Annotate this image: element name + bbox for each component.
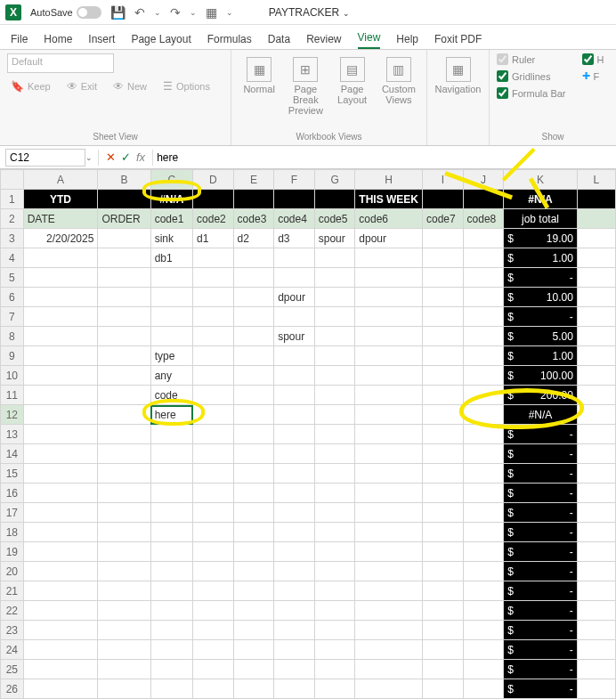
cell-K19[interactable]: $- — [504, 542, 578, 562]
row-header-24[interactable]: 24 — [1, 640, 24, 660]
cell-K8[interactable]: $5.00 — [504, 327, 578, 346]
cell-H21[interactable] — [355, 581, 423, 601]
cell-G16[interactable] — [314, 484, 355, 503]
cell-D19[interactable] — [193, 542, 234, 562]
cell-A7[interactable] — [23, 307, 98, 327]
cell-L6[interactable] — [577, 288, 615, 307]
enter-icon[interactable]: ✓ — [121, 150, 131, 164]
cell-L26[interactable] — [577, 679, 615, 699]
cell-D22[interactable] — [193, 601, 234, 621]
cell-K10[interactable]: $100.00 — [504, 366, 578, 386]
col-header-I[interactable]: I — [423, 170, 464, 190]
cell-I16[interactable] — [423, 484, 464, 503]
cell-J15[interactable] — [463, 464, 504, 484]
row-header-25[interactable]: 25 — [1, 660, 24, 679]
col-header-F[interactable]: F — [274, 170, 315, 190]
tab-file[interactable]: File — [11, 33, 28, 49]
page-layout-button[interactable]: ▤Page Layout — [332, 53, 373, 105]
cell-E26[interactable] — [233, 679, 274, 699]
cell-E23[interactable] — [233, 621, 274, 640]
cell-D10[interactable] — [193, 366, 234, 386]
cell-F23[interactable] — [274, 621, 315, 640]
cell-H12[interactable] — [355, 405, 423, 425]
cell-K15[interactable]: $- — [504, 464, 578, 484]
cell-H22[interactable] — [355, 601, 423, 621]
cell-I25[interactable] — [423, 660, 464, 679]
cell-G23[interactable] — [314, 621, 355, 640]
cell-C9[interactable]: type — [150, 346, 192, 366]
cell-D14[interactable] — [193, 444, 234, 464]
cell-G5[interactable] — [314, 268, 355, 288]
cell-B20[interactable] — [98, 562, 150, 581]
cell-D6[interactable] — [193, 288, 234, 307]
cell-K6[interactable]: $10.00 — [504, 288, 578, 307]
cell-F8[interactable]: spour — [274, 327, 315, 346]
cell-J12[interactable] — [463, 405, 504, 425]
cell-F7[interactable] — [274, 307, 315, 327]
cell-E14[interactable] — [233, 444, 274, 464]
cell-L4[interactable] — [577, 248, 615, 268]
tab-foxit-pdf[interactable]: Foxit PDF — [434, 33, 482, 49]
tab-data[interactable]: Data — [268, 33, 290, 49]
cell-F13[interactable] — [274, 425, 315, 444]
row-header-17[interactable]: 17 — [1, 503, 24, 523]
cell-J25[interactable] — [463, 660, 504, 679]
cell-A25[interactable] — [23, 660, 98, 679]
cell-A10[interactable] — [23, 366, 98, 386]
col-header-G[interactable]: G — [314, 170, 355, 190]
cell-E15[interactable] — [233, 464, 274, 484]
cell-I21[interactable] — [423, 581, 464, 601]
cell-L19[interactable] — [577, 542, 615, 562]
cell-C16[interactable] — [150, 484, 192, 503]
cell-F3[interactable]: d3 — [274, 229, 315, 248]
fx-icon[interactable]: fx — [136, 150, 145, 164]
cell-F24[interactable] — [274, 640, 315, 660]
name-box[interactable] — [5, 149, 85, 167]
cell-K17[interactable]: $- — [504, 503, 578, 523]
cell-I3[interactable] — [423, 229, 464, 248]
cell-L15[interactable] — [577, 464, 615, 484]
cell-G21[interactable] — [314, 581, 355, 601]
cell-K12[interactable]: #N/A — [504, 405, 578, 425]
cell-A9[interactable] — [23, 346, 98, 366]
cell-E21[interactable] — [233, 581, 274, 601]
cell-A17[interactable] — [23, 503, 98, 523]
cell-G9[interactable] — [314, 346, 355, 366]
cell-B5[interactable] — [98, 268, 150, 288]
toggle-switch[interactable] — [77, 6, 101, 19]
cell-J21[interactable] — [463, 581, 504, 601]
cell-F1[interactable] — [274, 190, 315, 209]
cell-G10[interactable] — [314, 366, 355, 386]
cell-F12[interactable] — [274, 405, 315, 425]
cell-G2[interactable]: code5 — [314, 209, 355, 229]
cell-E3[interactable]: d2 — [233, 229, 274, 248]
cell-J10[interactable] — [463, 366, 504, 386]
cell-H26[interactable] — [355, 679, 423, 699]
cell-J20[interactable] — [463, 562, 504, 581]
undo-icon[interactable]: ↶ — [134, 5, 145, 20]
cell-F20[interactable] — [274, 562, 315, 581]
cell-I4[interactable] — [423, 248, 464, 268]
cell-K18[interactable]: $- — [504, 523, 578, 542]
cell-J14[interactable] — [463, 444, 504, 464]
cell-B24[interactable] — [98, 640, 150, 660]
cell-A26[interactable] — [23, 679, 98, 699]
cell-L17[interactable] — [577, 503, 615, 523]
cell-G15[interactable] — [314, 464, 355, 484]
row-header-2[interactable]: 2 — [1, 209, 24, 229]
cell-K11[interactable]: $200.00 — [504, 386, 578, 405]
cell-B7[interactable] — [98, 307, 150, 327]
cell-K24[interactable]: $- — [504, 640, 578, 660]
cell-K22[interactable]: $- — [504, 601, 578, 621]
cell-A3[interactable]: 2/20/2025 — [23, 229, 98, 248]
cell-I11[interactable] — [423, 386, 464, 405]
cell-E18[interactable] — [233, 523, 274, 542]
cancel-icon[interactable]: ✕ — [106, 150, 116, 164]
cell-H9[interactable] — [355, 346, 423, 366]
cell-H13[interactable] — [355, 425, 423, 444]
row-header-9[interactable]: 9 — [1, 346, 24, 366]
col-header-K[interactable]: K — [504, 170, 578, 190]
cell-I8[interactable] — [423, 327, 464, 346]
cell-A14[interactable] — [23, 444, 98, 464]
cell-K23[interactable]: $- — [504, 621, 578, 640]
